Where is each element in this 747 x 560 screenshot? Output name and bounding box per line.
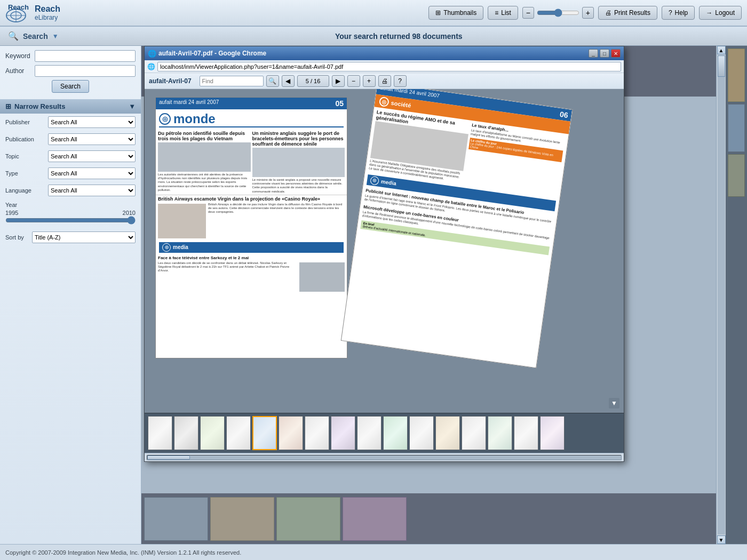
publisher-select[interactable]: Search All	[48, 116, 136, 128]
pdf-thumb-13[interactable]	[462, 416, 486, 450]
pdf-thumb-16[interactable]	[540, 416, 565, 450]
search-label: Search	[23, 32, 48, 41]
year-filter: Year 1995 2010	[0, 199, 141, 229]
narrow-results-header[interactable]: ⊞ Narrow Results ▼	[0, 99, 141, 114]
bottom-thumb-4[interactable]	[343, 497, 407, 541]
pdf-search-button[interactable]: 🔍	[266, 75, 279, 87]
thumbnails-icon: ⊞	[435, 9, 441, 17]
keyword-row: Keyword	[5, 50, 136, 62]
pdf-thumb-15[interactable]	[514, 416, 538, 450]
year-label: Year	[5, 202, 136, 208]
pdf-print-button[interactable]: 🖨	[378, 75, 391, 87]
pdf-maximize-button[interactable]: □	[600, 49, 609, 58]
pdf-address-input[interactable]	[157, 62, 621, 71]
scroll-up-arrow[interactable]: ▲	[717, 46, 726, 54]
media-article-content: Les deux candidats ont décidé de se conf…	[158, 261, 345, 293]
type-filter: Type Search All	[0, 165, 141, 182]
pdf-thumb-7[interactable]	[305, 416, 329, 450]
zoom-slider[interactable]	[537, 9, 579, 17]
pdf-thumb-3[interactable]	[200, 416, 225, 450]
search-button[interactable]: Search	[52, 80, 89, 93]
search-icon: 🔍	[8, 31, 19, 41]
author-input[interactable]	[35, 65, 136, 77]
publisher-label: Publisher	[5, 119, 45, 125]
pdf-thumb-5[interactable]	[252, 416, 277, 450]
publication-label: Publication	[5, 136, 45, 142]
article-1-body: Les autorités vietnamiennes ont été aler…	[158, 173, 251, 192]
type-select[interactable]: Search All	[48, 167, 136, 179]
pdf-zoom-in-button[interactable]: +	[363, 75, 376, 87]
list-button[interactable]: ≡ List	[488, 6, 518, 20]
pdf-thumb-12[interactable]	[435, 416, 460, 450]
article-1-headline: Du pétrole non identifié souille depuis …	[158, 131, 251, 141]
bottom-thumb-3[interactable]	[276, 497, 340, 541]
bottom-thumb-1[interactable]	[144, 497, 208, 541]
sort-select[interactable]: Title (A-Z)	[32, 231, 136, 243]
keyword-label: Keyword	[5, 52, 35, 60]
pdf-thumb-8[interactable]	[331, 416, 355, 450]
zoom-out-button[interactable]: −	[522, 7, 534, 19]
print-button[interactable]: 🖨 Print Results	[598, 6, 657, 20]
language-label: Language	[5, 187, 45, 194]
pdf-close-button[interactable]: ✕	[611, 49, 621, 58]
pdf-hscroll-track[interactable]	[147, 455, 622, 460]
newspaper-page-right: aufait mardi 24 avril 2007 06 ◎ société …	[341, 89, 573, 368]
bottom-thumb-2[interactable]	[210, 497, 274, 541]
copyright-text: Copyright © 2007-2009 Integration New Me…	[5, 549, 241, 556]
narrow-toggle-icon: ▼	[129, 102, 136, 110]
keyword-input[interactable]	[35, 50, 136, 62]
monde-logo-text: monde	[173, 111, 216, 126]
pdf-thumb-4[interactable]	[226, 416, 251, 450]
publisher-filter: Publisher Search All	[0, 114, 141, 131]
pdf-next-page-button[interactable]: ▶	[332, 75, 345, 87]
scroll-track-v[interactable]	[718, 55, 725, 534]
sidebar: Keyword Author Search ⊞ Narrow Results ▼…	[0, 46, 141, 544]
topic-filter: Topic Search All	[0, 148, 141, 165]
media-article: Face à face télévisé entre Sarkozy et le…	[156, 254, 347, 294]
pdf-page-indicator: 5 / 16	[297, 75, 329, 87]
pdf-thumb-6[interactable]	[279, 416, 303, 450]
pdf-help-button[interactable]: ?	[394, 75, 407, 87]
scroll-down-button[interactable]: ▼	[609, 398, 619, 409]
pdf-thumb-9[interactable]	[357, 416, 382, 450]
societe-icon: ◎	[379, 97, 390, 107]
pdf-hscrollbar	[145, 453, 624, 461]
help-icon: ?	[669, 9, 672, 17]
thumbnails-button[interactable]: ⊞ Thumbnails	[428, 6, 483, 20]
article-3-section: British Airways escamote Virgin dans la …	[156, 195, 347, 241]
pdf-thumb-2[interactable]	[174, 416, 198, 450]
right-book-2	[728, 104, 745, 152]
pdf-hscroll-thumb[interactable]	[147, 455, 190, 460]
article-1: Du pétrole non identifié souille depuis …	[158, 131, 251, 194]
media-banner: ◎ media	[159, 242, 344, 253]
scroll-thumb-v[interactable]	[718, 55, 725, 77]
scroll-down-arrow[interactable]: ▼	[717, 535, 726, 544]
topic-select[interactable]: Search All	[48, 150, 136, 162]
logout-icon: →	[706, 9, 712, 17]
pdf-thumb-11[interactable]	[409, 416, 434, 450]
pdf-thumbnail-strip	[145, 413, 624, 453]
zoom-in-button[interactable]: +	[582, 7, 594, 19]
year-slider[interactable]	[5, 216, 136, 225]
type-label: Type	[5, 170, 45, 177]
article-2: Un ministre anglais suggère le port de b…	[252, 131, 345, 194]
pdf-thumb-10[interactable]	[383, 416, 408, 450]
sort-row: Sort by Title (A-Z)	[0, 229, 141, 246]
help-button[interactable]: ? Help	[662, 6, 695, 20]
debate-image	[299, 262, 345, 292]
pdf-viewer-window: 🌐 aufait-Avril-07.pdf - Google Chrome _ …	[144, 46, 624, 462]
publication-select[interactable]: Search All	[48, 133, 136, 145]
logout-button[interactable]: → Logout	[699, 6, 742, 20]
pdf-toolbar: aufait-Avril-07 🔍 ◀ 5 / 16 ▶ − + 🖨 ?	[145, 73, 624, 89]
pdf-find-input[interactable]	[200, 76, 264, 86]
year-end: 2010	[123, 210, 136, 216]
article-2-image	[252, 148, 345, 177]
pdf-thumb-1[interactable]	[148, 416, 172, 450]
pdf-thumb-14[interactable]	[488, 416, 512, 450]
pdf-minimize-button[interactable]: _	[589, 49, 598, 58]
language-select[interactable]: Search All	[48, 185, 136, 196]
pdf-zoom-out-button[interactable]: −	[347, 75, 360, 87]
media-label: media	[173, 244, 188, 250]
pdf-prev-page-button[interactable]: ◀	[282, 75, 295, 87]
dropdown-arrow-icon: ▼	[52, 33, 59, 40]
